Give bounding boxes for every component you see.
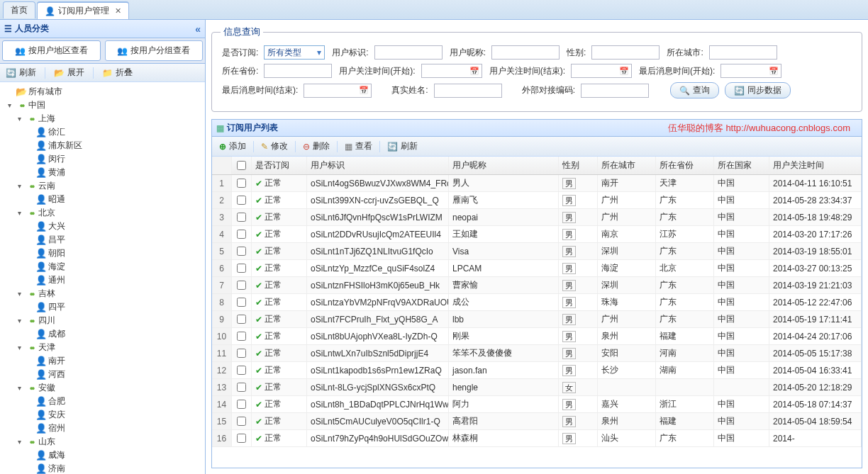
- cell-checkbox[interactable]: [232, 362, 252, 378]
- tree-node[interactable]: 👤四平: [4, 300, 205, 314]
- tree-node[interactable]: 👤闵行: [4, 152, 205, 166]
- cell-checkbox[interactable]: [232, 311, 252, 327]
- table-row[interactable]: 6✔正常oSiLntzYp_MzzfCe_quSiF4solZ4LPCAM男海淀…: [212, 260, 862, 277]
- cell-checkbox[interactable]: [232, 294, 252, 310]
- tree-toggle-icon[interactable]: ▾: [14, 115, 24, 123]
- date-focus-end[interactable]: 📅: [571, 64, 632, 78]
- city-tree[interactable]: 所有城市▾中国▾上海👤徐汇👤浦东新区👤闵行👤黄浦▾云南👤昭通▾北京👤大兴👤昌平👤…: [0, 82, 205, 474]
- table-row[interactable]: 12✔正常oSiLnt1kapodb1s6sPrn1ew1ZRaQjason.f…: [212, 362, 862, 379]
- input-nickname[interactable]: [491, 45, 560, 60]
- input-user-id[interactable]: [374, 45, 443, 60]
- table-row[interactable]: 15✔正常oSiLnt5CmAUCulyeV0O5qCIlr1-Q高君阳男泉州福…: [212, 413, 862, 430]
- tree-node[interactable]: 👤威海: [4, 448, 205, 462]
- table-row[interactable]: 14✔正常oSiLnt8h_1BDaDqtPPLCJNrHq1Ww阿力男嘉兴浙江…: [212, 396, 862, 413]
- cell-checkbox[interactable]: [232, 277, 252, 293]
- tree-node[interactable]: 👤河西: [4, 368, 205, 381]
- cell-checkbox[interactable]: [232, 192, 252, 208]
- tree-toggle-icon[interactable]: ▾: [14, 290, 24, 298]
- tab-close-icon[interactable]: ✕: [115, 6, 121, 16]
- tree-node[interactable]: 👤昭通: [4, 193, 205, 206]
- table-row[interactable]: 5✔正常oSiLnt1nTJj6ZQ1NLItvuG1fQcIoVisa男深圳广…: [212, 243, 862, 260]
- date-focus-start[interactable]: 📅: [421, 64, 482, 78]
- table-row[interactable]: 2✔正常oSiLnt399XN-ccrj-uvZsGEBQL_Q雁南飞男广州广东…: [212, 192, 862, 209]
- tree-node[interactable]: 👤南开: [4, 354, 205, 368]
- cell-checkbox[interactable]: [232, 175, 252, 191]
- table-row[interactable]: 9✔正常oSiLnt7FCPruIh_Flxt_yQH58G_Albb男广州广东…: [212, 311, 862, 328]
- table-row[interactable]: 1✔正常oSiLnt4ogS6BwuzVJXwx8WM4_FRc男人男南开天津中…: [212, 175, 862, 192]
- select-is-subscribed[interactable]: 所有类型▾: [264, 45, 325, 60]
- tree-node[interactable]: 👤海淀: [4, 260, 205, 273]
- tree-node[interactable]: 👤浦东新区: [4, 139, 205, 152]
- cell-checkbox[interactable]: [232, 209, 252, 225]
- view-button[interactable]: ▦查看: [340, 139, 377, 154]
- table-row[interactable]: 4✔正常oSiLnt2DDvRUsujIcQm2ATEEUIl4王如建男南京江苏…: [212, 226, 862, 243]
- tree-node[interactable]: ▾四川: [4, 314, 205, 327]
- tree-node[interactable]: ▾云南: [4, 179, 205, 193]
- tab-subscribers[interactable]: 👤 订阅用户管理 ✕: [37, 1, 129, 19]
- delete-button[interactable]: ⊖删除: [299, 139, 334, 154]
- tree-node[interactable]: 👤济南: [4, 462, 205, 474]
- input-province[interactable]: [264, 64, 332, 78]
- tree-node[interactable]: 👤合肥: [4, 395, 205, 408]
- search-button[interactable]: 🔍查询: [670, 82, 719, 98]
- tree-refresh-button[interactable]: 刷新: [3, 65, 39, 80]
- table-row[interactable]: 3✔正常oSiLnt6JfQvnHfpQscW1sPrLWIZMneopai男广…: [212, 209, 862, 226]
- collapse-left-icon[interactable]: «: [195, 23, 201, 35]
- cell-checkbox[interactable]: [232, 396, 252, 412]
- table-row[interactable]: 10✔正常oSiLnt8bUAjophVXea8L-IyZDh-Q刚果男泉州福建…: [212, 328, 862, 345]
- col-country[interactable]: 所在国家: [714, 157, 769, 174]
- tree-toggle-icon[interactable]: ▾: [4, 101, 14, 109]
- tab-home[interactable]: 首页: [3, 1, 35, 18]
- table-row[interactable]: 8✔正常oSiLntzaYbVM2pNFrqV9AXDRaUOU成公男珠海广东中…: [212, 294, 862, 311]
- cell-checkbox[interactable]: [232, 345, 252, 361]
- tree-node[interactable]: 👤宿州: [4, 422, 205, 435]
- col-focus-time[interactable]: 用户关注时间: [769, 157, 862, 174]
- tree-node[interactable]: 所有城市: [4, 85, 205, 98]
- col-nickname[interactable]: 用户昵称: [449, 157, 559, 174]
- sync-button[interactable]: 🔄同步数据: [725, 82, 791, 98]
- subtab-by-area[interactable]: 👥 按用户地区查看: [2, 40, 101, 61]
- tree-node[interactable]: 👤安庆: [4, 408, 205, 422]
- cell-checkbox[interactable]: [232, 413, 252, 429]
- table-row[interactable]: 7✔正常oSiLntznFHSIloH3mK0j65euB_Hk曹家愉男深圳广东…: [212, 277, 862, 294]
- tree-toggle-icon[interactable]: ▾: [14, 182, 24, 190]
- grid-body[interactable]: 1✔正常oSiLnt4ogS6BwuzVJXwx8WM4_FRc男人男南开天津中…: [212, 175, 862, 468]
- tree-node[interactable]: ▾中国: [4, 98, 205, 112]
- cell-checkbox[interactable]: [232, 328, 252, 344]
- date-lastmsg-start[interactable]: 📅: [720, 64, 781, 78]
- col-city[interactable]: 所在城市: [598, 157, 656, 174]
- tree-node[interactable]: ▾安徽: [4, 381, 205, 395]
- tree-node[interactable]: 👤黄浦: [4, 166, 205, 179]
- tree-node[interactable]: ▾上海: [4, 112, 205, 125]
- tree-node[interactable]: ▾北京: [4, 206, 205, 220]
- tree-node[interactable]: ▾天津: [4, 341, 205, 354]
- tree-toggle-icon[interactable]: ▾: [14, 344, 24, 351]
- tree-collapse-button[interactable]: 折叠: [99, 65, 135, 80]
- edit-button[interactable]: ✎修改: [257, 139, 292, 154]
- tree-node[interactable]: 👤徐汇: [4, 125, 205, 139]
- col-checkbox-all[interactable]: [232, 157, 252, 174]
- tree-toggle-icon[interactable]: ▾: [14, 317, 24, 325]
- col-province[interactable]: 所在省份: [656, 157, 714, 174]
- table-row[interactable]: 16✔正常oSiLnt79hZyPq4h9oHUlSdGOuZOw林森桐男汕头广…: [212, 430, 862, 447]
- tree-expand-button[interactable]: 展开: [51, 65, 87, 80]
- input-sex[interactable]: [591, 45, 660, 60]
- tree-toggle-icon[interactable]: ▾: [14, 384, 24, 392]
- add-button[interactable]: ⊕添加: [215, 139, 250, 154]
- tree-node[interactable]: 👤朝阳: [4, 247, 205, 260]
- tree-node[interactable]: ▾吉林: [4, 287, 205, 300]
- table-row[interactable]: 11✔正常oSiLntwLXn7uIbSznl5dDiprjjE4笨笨不及傻傻傻…: [212, 345, 862, 362]
- subtab-by-group[interactable]: 👥 按用户分组查看: [105, 40, 204, 61]
- tree-node[interactable]: 👤昌平: [4, 233, 205, 247]
- col-user-id[interactable]: 用户标识: [307, 157, 449, 174]
- tree-toggle-icon[interactable]: ▾: [14, 209, 24, 217]
- input-ext-code[interactable]: [581, 84, 649, 98]
- cell-checkbox[interactable]: [232, 260, 252, 276]
- col-sex[interactable]: 性别: [559, 157, 598, 174]
- input-city[interactable]: [709, 45, 777, 60]
- date-lastmsg-end[interactable]: 📅: [304, 84, 372, 98]
- tree-node[interactable]: 👤大兴: [4, 220, 205, 233]
- cell-checkbox[interactable]: [232, 226, 252, 242]
- tree-node[interactable]: 👤通州: [4, 273, 205, 287]
- grid-refresh-button[interactable]: 刷新: [383, 139, 422, 154]
